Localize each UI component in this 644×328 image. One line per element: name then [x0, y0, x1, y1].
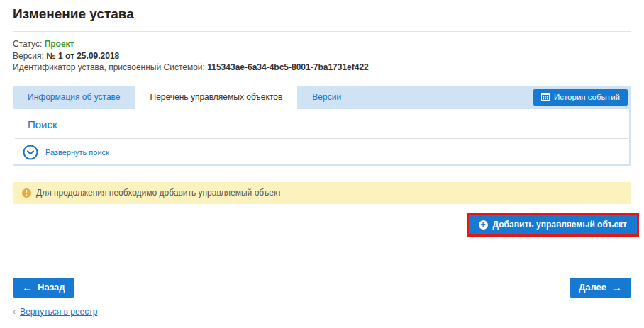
- chevron-down-circle-icon[interactable]: [23, 145, 38, 163]
- charter-panel: Информация об уставе Перечень управляемы…: [13, 86, 631, 166]
- version-value: № 1 от 25.09.2018: [46, 51, 119, 61]
- managed-objects-tab-content: Поиск Развернуть поиск: [13, 109, 631, 166]
- exclamation-circle-icon: !: [22, 188, 31, 198]
- event-history-label: История событий: [554, 93, 620, 101]
- add-managed-object-button[interactable]: + Добавить управляемый объект: [469, 215, 637, 234]
- add-object-row: + Добавить управляемый объект: [13, 213, 639, 237]
- charter-meta: Статус: Проект Версия: № 1 от 25.09.2018…: [13, 38, 631, 74]
- page: Изменение устава Статус: Проект Версия: …: [0, 0, 644, 317]
- back-button[interactable]: ← Назад: [13, 278, 74, 298]
- add-managed-object-label: Добавить управляемый объект: [493, 220, 627, 230]
- identifier-value: 115343ae-6a34-4bc5-8001-7ba1731ef422: [207, 62, 369, 72]
- footer-navigation: ← Назад Далее →: [13, 278, 631, 298]
- return-row: ‹ Вернуться в реестр: [13, 307, 631, 317]
- next-button-label: Далее: [579, 282, 606, 293]
- warning-text: Для продолжения необходимо добавить упра…: [36, 188, 282, 198]
- search-section-title: Поиск: [13, 109, 629, 130]
- status-row: Статус: Проект: [13, 38, 631, 50]
- back-button-label: Назад: [38, 282, 65, 293]
- event-history-button[interactable]: История событий: [533, 89, 628, 106]
- tab-versions[interactable]: Версии: [297, 86, 356, 109]
- next-button[interactable]: Далее →: [570, 278, 631, 298]
- search-expand-row: Развернуть поиск: [13, 139, 629, 163]
- red-highlight-box: + Добавить управляемый объект: [467, 213, 639, 237]
- warning-banner: ! Для продолжения необходимо добавить уп…: [13, 182, 631, 204]
- status-label: Статус:: [13, 39, 42, 49]
- tab-charter-info[interactable]: Информация об уставе: [13, 86, 135, 109]
- tab-managed-objects[interactable]: Перечень управляемых объектов: [135, 86, 298, 109]
- tab-bar: Информация об уставе Перечень управляемы…: [13, 86, 631, 109]
- status-badge: Проект: [45, 39, 74, 49]
- calendar-icon: [541, 92, 550, 102]
- plus-circle-icon: +: [479, 220, 488, 230]
- identifier-row: Идентификатор устава, присвоенный Систем…: [13, 62, 631, 74]
- page-title: Изменение устава: [13, 0, 631, 22]
- title-divider: [13, 31, 631, 32]
- chevron-left-icon: ‹: [13, 307, 16, 317]
- version-label: Версия:: [13, 51, 44, 61]
- return-to-registry-link[interactable]: Вернуться в реестр: [20, 307, 97, 317]
- expand-search-link[interactable]: Развернуть поиск: [45, 148, 109, 159]
- version-row: Версия: № 1 от 25.09.2018: [13, 50, 631, 62]
- identifier-label: Идентификатор устава, присвоенный Систем…: [13, 62, 205, 72]
- arrow-left-icon: ←: [22, 282, 33, 293]
- arrow-right-icon: →: [611, 282, 622, 293]
